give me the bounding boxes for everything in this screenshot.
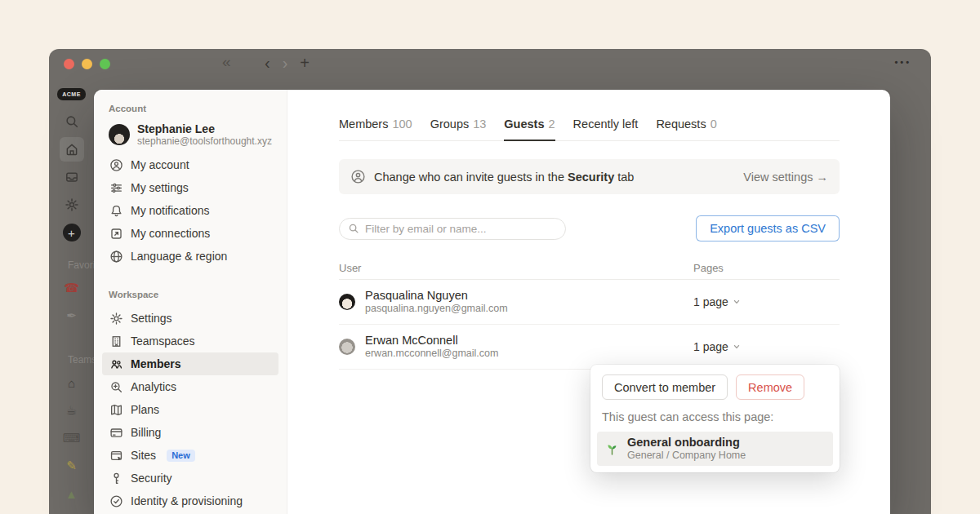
- rail-shortcut[interactable]: ☕: [49, 397, 94, 424]
- sidebar-item-teamspaces[interactable]: Teamspaces: [102, 330, 278, 352]
- page-breadcrumb: General / Company Home: [627, 450, 746, 462]
- sidebar-item-my-connections[interactable]: My connections: [102, 222, 278, 245]
- sidebar-item-my-account[interactable]: My account: [102, 153, 278, 176]
- nav-forward-icon[interactable]: ›: [283, 52, 288, 73]
- globe-icon: [109, 249, 123, 264]
- sidebar-item-label: My account: [131, 158, 189, 171]
- sidebar-item-label: Settings: [131, 312, 172, 325]
- sidebar-item-label: Plans: [131, 403, 159, 416]
- new-page-icon[interactable]: +: [63, 224, 81, 241]
- browser-icon: [109, 448, 123, 463]
- sidebar-item-label: Sites: [131, 449, 156, 462]
- search-icon: [348, 223, 359, 234]
- sidebar-item-members[interactable]: Members: [102, 352, 278, 375]
- guest-row[interactable]: Pasqualina Nguyenpasqualina.nguyen@gmail…: [339, 280, 840, 325]
- key-icon: [109, 471, 123, 485]
- tab-guests[interactable]: Guests2: [504, 117, 555, 140]
- pencil-emoji-icon: ✎: [66, 459, 77, 473]
- bell-icon: [109, 203, 123, 218]
- sidebar-item-billing[interactable]: Billing: [102, 421, 278, 444]
- sidebar-item-label: My notifications: [131, 204, 209, 217]
- inbox-icon[interactable]: [49, 163, 94, 191]
- banner-text: Change who can invite guests in the Secu…: [374, 171, 735, 184]
- remove-guest-button[interactable]: Remove: [736, 374, 804, 400]
- settings-gear-icon[interactable]: [49, 191, 94, 219]
- pages-dropdown[interactable]: 1 page: [693, 340, 840, 353]
- column-header-user: User: [339, 262, 693, 274]
- sidebar-item-plans[interactable]: Plans: [102, 398, 278, 421]
- avatar: [109, 124, 130, 145]
- rail-shortcut[interactable]: ✒: [49, 302, 94, 330]
- filter-input[interactable]: [365, 223, 557, 235]
- home-icon[interactable]: [60, 137, 84, 162]
- connections-icon: [109, 226, 123, 241]
- pages-count: 1 page: [693, 340, 728, 353]
- sidebar-item-label: Language & region: [131, 250, 227, 263]
- laptop-emoji-icon: ⌨: [63, 431, 81, 445]
- zoom-window-button[interactable]: [100, 59, 110, 69]
- guest-row[interactable]: Erwan McConnellerwan.mcconnell@gmail.com…: [339, 325, 840, 370]
- members-icon: [109, 357, 123, 371]
- rail-shortcut[interactable]: ⌨: [49, 424, 94, 452]
- sidebar-item-my-settings[interactable]: My settings: [102, 176, 278, 199]
- guest-actions-popover: Convert to member Remove This guest can …: [590, 365, 840, 472]
- phone-emoji-icon: ☎: [64, 281, 79, 295]
- workspace-section-label: Workspace: [94, 286, 287, 304]
- pages-count: 1 page: [693, 295, 728, 308]
- sidebar-item-label: My settings: [131, 181, 189, 194]
- rail-shortcut[interactable]: ✎: [49, 452, 94, 480]
- nav-back-icon[interactable]: ‹: [265, 52, 270, 73]
- account-profile[interactable]: Stephanie Lee stephanie@toolsforthought.…: [94, 117, 287, 153]
- sidebar-item-language-region[interactable]: Language & region: [102, 245, 278, 268]
- members-tabs: Members100Groups13Guests2Recently leftRe…: [339, 117, 840, 141]
- rail-shortcut[interactable]: ▲: [49, 480, 94, 507]
- tab-count: 2: [549, 117, 555, 131]
- card-icon: [109, 425, 123, 440]
- guest-name: Pasqualina Nguyen: [365, 289, 508, 303]
- minimize-window-button[interactable]: [82, 59, 92, 69]
- column-header-pages: Pages: [693, 262, 840, 274]
- export-guests-csv-button[interactable]: Export guests as CSV: [696, 215, 840, 241]
- window-titlebar: « ‹ › + •••: [49, 49, 931, 80]
- sidebar-item-settings[interactable]: Settings: [102, 307, 278, 330]
- tab-groups[interactable]: Groups13: [430, 117, 487, 140]
- search-icon[interactable]: [49, 108, 94, 135]
- workspace-logo[interactable]: ACME: [57, 88, 86, 100]
- sidebar-item-my-notifications[interactable]: My notifications: [102, 199, 278, 222]
- guest-name: Erwan McConnell: [365, 334, 498, 348]
- sidebar-item-label: My connections: [131, 227, 210, 240]
- guest-filter: [339, 218, 566, 240]
- sidebar-item-label: Members: [131, 357, 180, 370]
- accessible-page-item[interactable]: General onboarding General / Company Hom…: [597, 432, 833, 466]
- account-name: Stephanie Lee: [137, 122, 272, 135]
- building-icon: [109, 334, 123, 348]
- collapse-sidebar-icon[interactable]: «: [222, 53, 231, 71]
- sidebar-item-sites[interactable]: SitesNew: [102, 444, 278, 467]
- sidebar-item-identity-provisioning[interactable]: Identity & provisioning: [102, 490, 278, 512]
- sidebar-item-analytics[interactable]: Analytics: [102, 375, 278, 398]
- sidebar-item-label: Teamspaces: [131, 335, 195, 348]
- window-more-icon[interactable]: •••: [894, 57, 911, 67]
- tab-label: Members: [339, 117, 388, 131]
- guest-invite-banner: Change who can invite guests in the Secu…: [339, 159, 840, 194]
- rail-shortcut[interactable]: ⌂: [49, 369, 94, 397]
- close-window-button[interactable]: [64, 59, 74, 69]
- tab-members[interactable]: Members100: [339, 117, 412, 140]
- feather-emoji-icon: ✒: [66, 308, 77, 323]
- convert-to-member-button[interactable]: Convert to member: [602, 374, 728, 400]
- guests-table: User Pages Pasqualina Nguyenpasqualina.n…: [339, 262, 840, 370]
- view-settings-link[interactable]: View settings →: [743, 171, 828, 184]
- app-sidebar-rail: ACME + Favorites ☎✒ Teamspaces ⌂☕⌨✎▲: [49, 80, 94, 514]
- sidebar-item-security[interactable]: Security: [102, 467, 278, 490]
- chevron-down-icon: [733, 298, 741, 306]
- person-circle-icon: [109, 157, 123, 172]
- pages-dropdown[interactable]: 1 page: [693, 295, 840, 308]
- gear-icon: [109, 311, 123, 326]
- tab-recently-left[interactable]: Recently left: [573, 117, 639, 140]
- popover-caption: This guest can access this page:: [602, 410, 828, 423]
- tab-requests[interactable]: Requests0: [656, 117, 716, 140]
- account-email: stephanie@toolsforthought.xyz: [137, 135, 272, 147]
- rail-shortcut[interactable]: ☎: [49, 274, 94, 302]
- new-tab-icon[interactable]: +: [300, 52, 310, 73]
- avatar: [339, 339, 355, 355]
